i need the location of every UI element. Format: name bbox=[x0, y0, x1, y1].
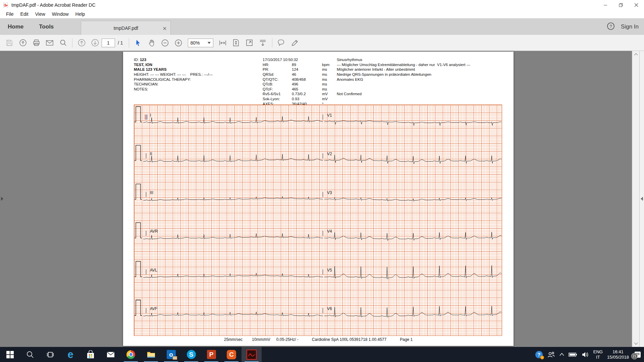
footer-device: Cardioline SpA 100L 05391718 1.00.4577 bbox=[312, 337, 386, 342]
print-button[interactable] bbox=[30, 37, 43, 49]
fullscreen-button[interactable] bbox=[243, 37, 256, 49]
taskbar-capture-app[interactable]: C bbox=[221, 347, 241, 362]
taskbar-clock[interactable]: 16:41 15/05/2018 bbox=[607, 349, 629, 360]
menu-bar: File Edit View Window Help bbox=[0, 10, 644, 18]
taskbar: e o S P C ? i bbox=[0, 347, 644, 362]
menu-file[interactable]: File bbox=[3, 10, 17, 18]
outlook-icon: o bbox=[167, 350, 176, 359]
hand-tool-button[interactable] bbox=[145, 37, 158, 49]
nav-panel-toggle[interactable] bbox=[0, 195, 4, 202]
microsoft-store-icon bbox=[86, 350, 95, 359]
measurement-row: Sok-Lyon:0.93mV bbox=[263, 97, 336, 102]
toolbar: / 1 80% bbox=[0, 35, 644, 51]
tab-document-label: tmpDAF.pdf bbox=[114, 25, 138, 31]
tools-panel-toggle[interactable] bbox=[640, 195, 644, 202]
tab-close-icon[interactable] bbox=[163, 26, 166, 31]
search-icon[interactable] bbox=[56, 37, 70, 49]
taskbar-edge[interactable]: e bbox=[60, 347, 80, 362]
taskbar-powerpoint[interactable]: P bbox=[201, 347, 221, 362]
lead-label: V5 bbox=[327, 268, 332, 273]
patient-id-line: ID: 123 bbox=[134, 57, 213, 62]
tray-volume-icon[interactable] bbox=[582, 352, 589, 358]
taskbar-skype[interactable]: S bbox=[181, 347, 201, 362]
lead-label: AVF bbox=[150, 306, 157, 311]
close-button[interactable] bbox=[629, 0, 644, 10]
tab-tools[interactable]: Tools bbox=[31, 18, 61, 35]
toolbar-divider bbox=[72, 38, 72, 48]
language-indicator[interactable]: ENG IT bbox=[593, 349, 603, 360]
scroll-up-icon[interactable] bbox=[632, 51, 640, 58]
save-button[interactable] bbox=[3, 37, 16, 49]
title-bar: tmpDAF.pdf - Adobe Acrobat Reader DC bbox=[0, 0, 644, 10]
footer-filter: 0.05-25Hz/ - bbox=[276, 337, 299, 342]
taskbar-search-button[interactable] bbox=[20, 347, 40, 362]
interpretation-line: Niedrige QRS-Spannungen in präkordialen … bbox=[337, 72, 470, 77]
tray-people-icon[interactable] bbox=[547, 351, 555, 359]
task-view-button[interactable] bbox=[40, 347, 60, 362]
sign-in-button[interactable]: Sign In bbox=[621, 23, 639, 30]
email-button[interactable] bbox=[43, 37, 56, 49]
edge-icon: e bbox=[67, 349, 73, 360]
acrobat-pdf-file-icon bbox=[3, 2, 9, 8]
taskbar-file-explorer[interactable] bbox=[141, 347, 161, 362]
zoom-out-button[interactable] bbox=[158, 37, 172, 49]
taskbar-mail[interactable] bbox=[101, 347, 121, 362]
interpretation-line: Anomales EKG bbox=[337, 77, 470, 82]
highlight-button[interactable] bbox=[288, 37, 302, 49]
document-area: ID: 123 TEST, ION MALE 123 YEARS HEIGHT:… bbox=[0, 51, 644, 347]
tab-home[interactable]: Home bbox=[0, 18, 31, 35]
taskbar-chrome[interactable] bbox=[121, 347, 141, 362]
action-center-button[interactable]: 21 bbox=[633, 350, 642, 359]
taskbar-acrobat[interactable] bbox=[241, 347, 262, 362]
tray-chevron-up-icon[interactable] bbox=[559, 353, 564, 356]
menu-window[interactable]: Window bbox=[49, 10, 72, 18]
page-number-input[interactable] bbox=[102, 39, 115, 47]
tray-help-icon[interactable]: ? i bbox=[535, 351, 543, 358]
menu-help[interactable]: Help bbox=[72, 10, 89, 18]
minimize-button[interactable] bbox=[598, 0, 613, 10]
task-view-icon bbox=[46, 351, 54, 359]
help-icon[interactable]: ? bbox=[607, 22, 615, 32]
confirmation-status: Not Confirmed bbox=[337, 92, 470, 97]
page-total-label: / 1 bbox=[118, 40, 123, 46]
tab-document[interactable]: tmpDAF.pdf bbox=[81, 21, 171, 35]
language-primary: ENG bbox=[593, 349, 603, 355]
mail-icon bbox=[106, 350, 115, 359]
scroll-down-icon[interactable] bbox=[632, 340, 640, 347]
taskbar-outlook[interactable]: o bbox=[161, 347, 181, 362]
taskbar-store[interactable] bbox=[80, 347, 101, 362]
upload-cloud-button[interactable] bbox=[16, 37, 30, 49]
lead-label: AVR bbox=[150, 229, 158, 234]
next-page-button[interactable] bbox=[88, 37, 102, 49]
window-title: tmpDAF.pdf - Adobe Acrobat Reader DC bbox=[11, 2, 96, 8]
comment-button[interactable] bbox=[275, 37, 288, 49]
menu-view[interactable]: View bbox=[32, 10, 49, 18]
select-tool-button[interactable] bbox=[131, 37, 145, 49]
fit-width-button[interactable] bbox=[216, 37, 229, 49]
powerpoint-icon: P bbox=[207, 350, 216, 359]
search-icon bbox=[26, 351, 34, 359]
calibration-pulse bbox=[135, 184, 142, 199]
footer-speed: 25mm/sec bbox=[224, 337, 243, 342]
chrome-icon bbox=[126, 350, 135, 359]
zoom-in-button[interactable] bbox=[172, 37, 185, 49]
previous-page-button[interactable] bbox=[75, 37, 88, 49]
ecg-plot: IV1IIV2IIIV3AVRV4AVLV5AVFV6 bbox=[134, 105, 502, 336]
lead-label: V2 bbox=[327, 152, 332, 156]
fit-page-button[interactable] bbox=[229, 37, 243, 49]
lead-label: V4 bbox=[327, 229, 332, 234]
clock-time: 16:41 bbox=[607, 349, 629, 355]
calibration-pulse bbox=[135, 223, 142, 238]
tray-battery-icon[interactable] bbox=[569, 352, 577, 357]
reading-mode-button[interactable] bbox=[256, 37, 270, 49]
restore-button[interactable] bbox=[613, 0, 629, 10]
measurement-row: QTcF:465ms bbox=[263, 87, 336, 92]
lead-label: V1 bbox=[327, 113, 332, 118]
vertical-scrollbar[interactable] bbox=[632, 51, 639, 347]
lead-label: AVL bbox=[150, 268, 157, 273]
file-explorer-icon bbox=[147, 350, 156, 359]
start-button[interactable] bbox=[0, 347, 20, 362]
lead-label: V6 bbox=[327, 306, 332, 311]
menu-edit[interactable]: Edit bbox=[17, 10, 32, 18]
zoom-level-dropdown[interactable]: 80% bbox=[188, 39, 213, 47]
